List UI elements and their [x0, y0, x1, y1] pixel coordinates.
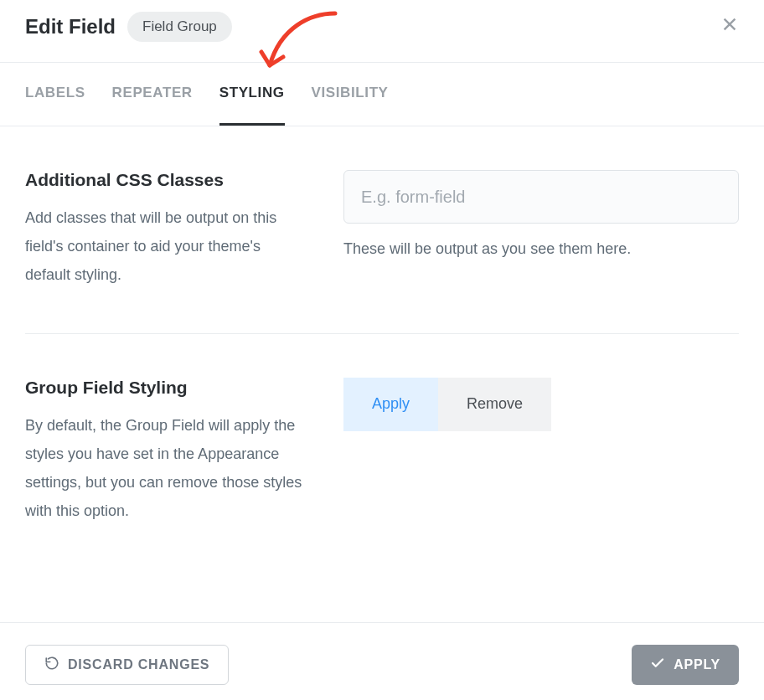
apply-button[interactable]: APPLY: [632, 645, 739, 685]
field-type-badge: Field Group: [127, 12, 232, 42]
tab-styling[interactable]: STYLING: [219, 63, 285, 126]
group-styling-remove-button[interactable]: Remove: [438, 378, 551, 431]
close-button[interactable]: [720, 15, 739, 37]
section-description: By default, the Group Field will apply t…: [25, 411, 310, 526]
discard-changes-button[interactable]: DISCARD CHANGES: [25, 645, 229, 685]
discard-label: DISCARD CHANGES: [68, 657, 209, 672]
group-styling-toggle: Apply Remove: [343, 378, 739, 431]
section-title: Group Field Styling: [25, 378, 310, 398]
section-additional-css-classes: Additional CSS Classes Add classes that …: [25, 170, 739, 333]
apply-label: APPLY: [674, 657, 720, 672]
css-classes-helper: These will be output as you see them her…: [343, 240, 739, 258]
close-icon: [720, 22, 739, 36]
tab-repeater[interactable]: REPEATER: [112, 63, 193, 126]
tab-visibility[interactable]: VISIBILITY: [312, 63, 389, 126]
section-group-field-styling: Group Field Styling By default, the Grou…: [25, 333, 739, 569]
tab-labels[interactable]: LABELS: [25, 63, 85, 126]
modal-title: Edit Field: [25, 15, 116, 39]
section-title: Additional CSS Classes: [25, 170, 310, 190]
css-classes-input[interactable]: [343, 170, 739, 224]
tabs: LABELS REPEATER STYLING VISIBILITY: [0, 63, 764, 126]
group-styling-apply-button[interactable]: Apply: [343, 378, 438, 431]
section-description: Add classes that will be output on this …: [25, 203, 310, 290]
check-icon: [650, 656, 665, 674]
undo-icon: [44, 656, 59, 674]
